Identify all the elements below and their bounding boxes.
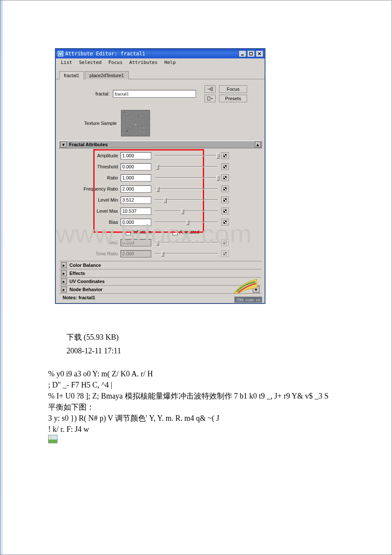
texture-sample-swatch	[121, 110, 150, 136]
section-label: Color Balance	[69, 263, 101, 268]
corner-graphic-icon	[232, 278, 263, 295]
texture-sample-row: Texture Sample	[59, 107, 261, 141]
freqratio-input[interactable]	[121, 185, 151, 193]
chevron-right-icon[interactable]: ▸	[61, 262, 67, 268]
menu-attributes[interactable]: Attributes	[127, 59, 160, 66]
code-line: 3 y: s0 }) R( N# p) V 调节颜色' Y, Y. m. R. …	[48, 413, 329, 424]
bias-input[interactable]	[121, 219, 151, 226]
amplitude-input[interactable]	[121, 152, 151, 159]
attr-timeratio-row: Time Ratio	[62, 248, 259, 259]
levelmax-slider[interactable]	[155, 208, 218, 214]
app-icon	[58, 51, 63, 57]
notes-header[interactable]: Notes: fractal1	[59, 293, 261, 301]
svg-rect-2	[250, 52, 253, 55]
amplitude-slider[interactable]	[155, 152, 218, 159]
attr-label: Level Min	[62, 197, 121, 202]
effects-section[interactable]: ▸ Effects	[59, 269, 261, 277]
maximize-button[interactable]	[247, 50, 255, 57]
code-text: % y0 i9 a3 o0 Y: m( Z/ K0 A. r/ H ; D" _…	[48, 369, 329, 447]
connection-icon[interactable]	[221, 152, 229, 159]
tab-fractal1[interactable]: fractal1	[59, 71, 84, 79]
menubar: List Selected Focus Attributes Help	[56, 58, 265, 66]
attr-levelmax-row: Level Max	[62, 205, 259, 217]
connection-icon	[221, 250, 229, 257]
attribute-editor-window: Attribute Editor: fractal1 List Selected…	[55, 48, 265, 304]
attr-ratio-row: Ratio	[62, 172, 259, 183]
connection-icon[interactable]	[221, 219, 229, 225]
menu-list[interactable]: List	[58, 59, 75, 66]
focus-button[interactable]: Focus	[219, 85, 247, 93]
node-behavior-section[interactable]: ▸ Node Behavior ▾	[59, 285, 261, 293]
load-attributes-icon[interactable]	[205, 85, 216, 93]
close-button[interactable]	[256, 50, 263, 57]
svg-rect-1	[241, 55, 244, 55]
code-line: % y0 i9 a3 o0 Y: m( Z/ K0 A. r/ H	[48, 369, 329, 380]
threshold-input[interactable]	[121, 163, 151, 171]
minimize-button[interactable]	[239, 50, 246, 57]
scroll-up-icon[interactable]: ▴	[255, 142, 261, 147]
download-text: 下载 (55.93 KB)	[66, 330, 119, 344]
checkbox-row: Inflection Animated	[62, 228, 259, 237]
node-tabs: fractal1 place2dTexture1	[56, 66, 265, 79]
node-name-row: fractal: Focus Presets	[59, 83, 261, 107]
code-line: 平衡如下图：	[48, 402, 329, 413]
code-line: % I+ U0 ?8 ]; Z; Bmaya 模拟核能量爆炸冲击波特效制作 7 …	[48, 391, 329, 402]
attr-threshold-row: Threshold	[62, 161, 259, 172]
attr-label: Threshold	[62, 164, 121, 169]
time-slider	[155, 239, 218, 246]
attr-label: Amplitude	[62, 153, 121, 158]
uv-coordinates-section[interactable]: ▸ UV Coordinates	[59, 277, 261, 285]
window-title: Attribute Editor: fractal1	[65, 51, 239, 57]
titlebar[interactable]: Attribute Editor: fractal1	[56, 49, 265, 58]
connection-icon	[221, 239, 229, 246]
show-output-icon[interactable]	[205, 95, 216, 102]
connection-icon[interactable]	[221, 208, 229, 214]
levelmax-input[interactable]	[121, 208, 151, 215]
fractal-attributes-header[interactable]: ▾ Fractal Attributes ▴	[58, 141, 262, 148]
inflection-checkbox[interactable]: Inflection	[126, 229, 151, 235]
attr-amplitude-row: Amplitude	[62, 150, 259, 161]
connection-icon[interactable]	[221, 163, 229, 170]
animated-checkbox[interactable]: Animated	[173, 229, 199, 235]
svg-rect-4	[208, 97, 210, 100]
ratio-input[interactable]	[121, 174, 151, 182]
content-area: fractal: Focus Presets Texture Sample ▾ …	[56, 79, 265, 303]
attr-label: Level Max	[62, 208, 121, 214]
collapse-toggle-icon[interactable]: ▾	[61, 142, 66, 147]
code-line: ; D" _- F7 H5 C, ^4 |	[48, 380, 329, 391]
attr-label: Frequency Ratio	[62, 186, 121, 191]
presets-button[interactable]: Presets	[219, 95, 247, 102]
levelmin-input[interactable]	[121, 197, 151, 204]
connection-icon[interactable]	[221, 174, 229, 181]
time-input	[121, 239, 151, 246]
color-balance-section[interactable]: ▸ Color Balance	[59, 261, 261, 269]
section-label: Node Behavior	[69, 287, 103, 292]
fractal-attributes-body: Amplitude Threshold Ratio	[59, 148, 261, 261]
menu-selected[interactable]: Selected	[77, 59, 104, 66]
chevron-right-icon[interactable]: ▸	[61, 270, 67, 276]
freqratio-slider[interactable]	[155, 185, 218, 192]
ratio-slider[interactable]	[155, 174, 218, 181]
bias-slider[interactable]	[155, 219, 218, 225]
timeratio-input	[121, 250, 151, 257]
attr-label: Ratio	[62, 175, 121, 180]
section-label: Effects	[69, 271, 85, 276]
threshold-slider[interactable]	[155, 163, 218, 170]
texture-sample-label: Texture Sample	[59, 121, 121, 126]
menu-help[interactable]: Help	[162, 59, 179, 66]
attr-label: Bias	[62, 220, 121, 225]
page: Attribute Editor: fractal1 List Selected…	[0, 0, 392, 555]
image-placeholder-icon	[48, 435, 58, 443]
menu-focus[interactable]: Focus	[106, 59, 125, 66]
levelmin-slider[interactable]	[155, 197, 218, 203]
attr-bias-row: Bias	[62, 217, 259, 228]
tab-place2dtexture1[interactable]: place2dTexture1	[85, 71, 129, 79]
connection-icon[interactable]	[221, 197, 229, 203]
node-name-input[interactable]	[113, 90, 196, 98]
page-left-accent	[0, 0, 3, 555]
chevron-right-icon[interactable]: ▸	[61, 286, 67, 292]
timestamp-text: 2008-12-11 17:11	[66, 347, 121, 356]
connection-icon[interactable]	[221, 185, 229, 192]
chevron-right-icon[interactable]: ▸	[61, 278, 67, 284]
section-title: Fractal Attributes	[69, 142, 108, 147]
